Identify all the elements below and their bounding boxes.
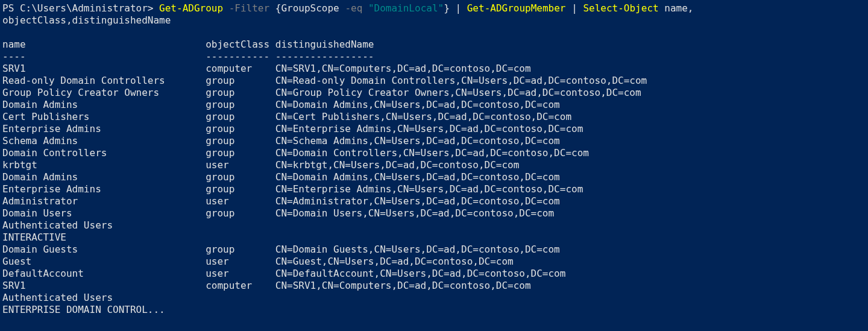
- divider-row: ---- ----------- -----------------: [2, 51, 374, 62]
- table-row: krbtgt user CN=krbtgt,CN=Users,DC=ad,DC=…: [2, 159, 519, 171]
- table-row: Authenticated Users: [2, 219, 113, 231]
- table-row: SRV1 computer CN=SRV1,CN=Computers,DC=ad…: [2, 280, 531, 291]
- table-row: Schema Admins group CN=Schema Admins,CN=…: [2, 135, 560, 147]
- table-row: DefaultAccount user CN=DefaultAccount,CN…: [2, 268, 565, 279]
- prompt: PS C:\Users\Administrator>: [2, 2, 153, 14]
- cmdlet-1: Get-ADGroup: [159, 2, 223, 14]
- table-row: Enterprise Admins group CN=Enterprise Ad…: [2, 123, 583, 134]
- table-row: Enterprise Admins group CN=Enterprise Ad…: [2, 183, 583, 195]
- table-row: Domain Admins group CN=Domain Admins,CN=…: [2, 99, 560, 110]
- table-row: Guest user CN=Guest,CN=Users,DC=ad,DC=co…: [2, 256, 514, 267]
- table-row: Domain Guests group CN=Domain Guests,CN=…: [2, 244, 560, 255]
- table-row: Authenticated Users: [2, 292, 113, 303]
- table-row: Domain Users group CN=Domain Users,CN=Us…: [2, 207, 554, 219]
- header-row: name objectClass distinguishedName: [2, 39, 374, 50]
- cmdlet-2: Get-ADGroupMember: [467, 2, 566, 14]
- table-row: SRV1 computer CN=SRV1,CN=Computers,DC=ad…: [2, 63, 531, 74]
- table-row: Read-only Domain Controllers group CN=Re…: [2, 75, 647, 86]
- table-row: Administrator user CN=Administrator,CN=U…: [2, 195, 560, 207]
- table-row: Domain Admins group CN=Domain Admins,CN=…: [2, 171, 560, 183]
- table-row: INTERACTIVE: [2, 232, 66, 243]
- table-row: ENTERPRISE DOMAIN CONTROL...: [2, 304, 165, 315]
- param-filter: -Filter: [229, 2, 269, 14]
- terminal-output[interactable]: PS C:\Users\Administrator> Get-ADGroup -…: [2, 2, 693, 315]
- table-row: Domain Controllers group CN=Domain Contr…: [2, 147, 589, 159]
- table-row: Group Policy Creator Owners group CN=Gro…: [2, 87, 641, 98]
- cmdlet-3: Select-Object: [583, 2, 658, 14]
- table-row: Cert Publishers group CN=Cert Publishers…: [2, 111, 571, 122]
